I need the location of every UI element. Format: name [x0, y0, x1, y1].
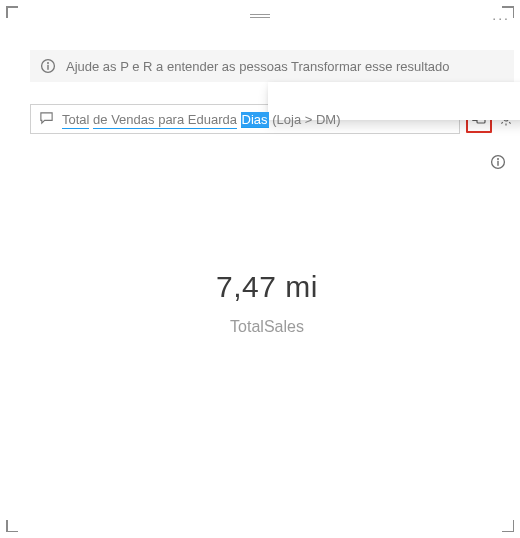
qa-query-text: Total de Vendas para Eduarda Dias (Loja … — [62, 112, 340, 127]
qa-help-text: Ajude as P e R a entender as pessoas Tra… — [66, 59, 449, 74]
svg-rect-8 — [497, 161, 498, 166]
crop-corner-br — [502, 520, 514, 532]
info-icon — [40, 58, 56, 74]
visual-info-button[interactable] — [490, 154, 506, 174]
metric-value: 7,47 mi — [30, 270, 504, 304]
crop-corner-bl — [6, 520, 18, 532]
qa-help-banner[interactable]: Ajude as P e R a entender as pessoas Tra… — [30, 50, 514, 82]
info-icon — [490, 154, 506, 170]
metric-label: TotalSales — [30, 318, 504, 336]
svg-point-7 — [497, 158, 499, 160]
crop-corner-tl — [6, 6, 18, 18]
chat-icon — [39, 110, 54, 129]
drag-grip[interactable] — [250, 12, 270, 20]
svg-rect-2 — [47, 65, 48, 70]
card-visual: 7,47 mi TotalSales — [30, 270, 504, 336]
more-options-button[interactable]: ··· — [492, 10, 510, 26]
svg-point-1 — [47, 62, 49, 64]
